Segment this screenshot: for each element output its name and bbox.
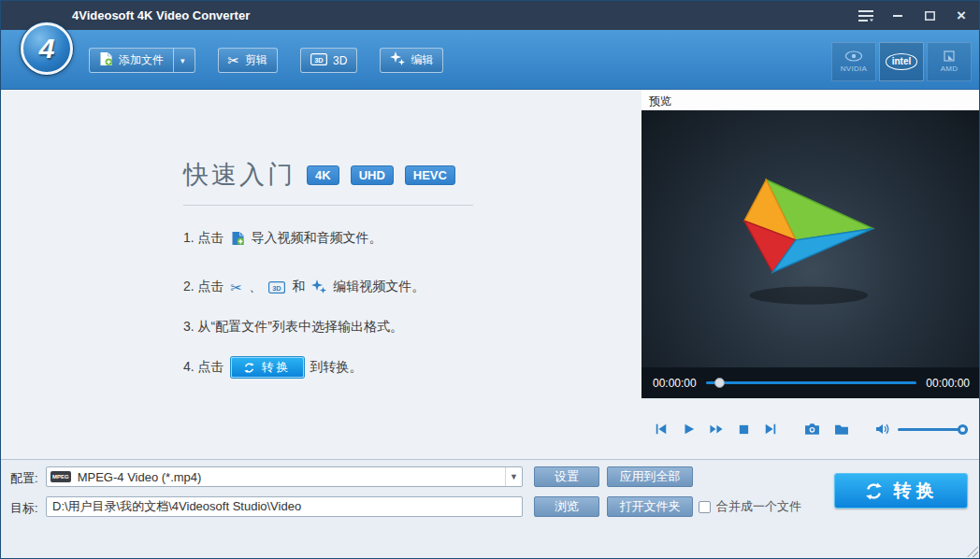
convert-mini-button[interactable]: 转换 — [231, 357, 304, 378]
merge-files-label: 合并成一个文件 — [716, 498, 801, 515]
player-controls — [641, 398, 980, 459]
mpeg-format-icon: MPEG — [50, 471, 71, 482]
window-controls: × — [858, 1, 970, 30]
volume-slider-knob[interactable] — [958, 424, 968, 435]
3d-label: 3D — [333, 54, 347, 67]
gpu-nvidia-badge[interactable]: NVIDIA — [831, 42, 876, 81]
chevron-down-icon[interactable]: ▼ — [505, 467, 522, 486]
quickstart-step-3: 3. 从“配置文件”列表中选择输出格式。 — [183, 317, 473, 337]
open-output-folder-button[interactable] — [834, 423, 849, 436]
scissors-icon: ✂ — [231, 280, 243, 294]
maximize-button[interactable] — [921, 7, 938, 24]
volume-slider[interactable] — [898, 428, 968, 431]
quickstart-title: 快速入门 — [183, 158, 295, 192]
step2-and: 和 — [292, 279, 305, 295]
skip-start-button[interactable] — [655, 423, 668, 436]
destination-input[interactable] — [46, 496, 523, 517]
seek-slider[interactable] — [706, 381, 917, 384]
badge-uhd: UHD — [351, 165, 394, 185]
svg-text:3D: 3D — [314, 55, 324, 64]
step2-separator: 、 — [249, 279, 262, 295]
seek-slider-knob[interactable] — [714, 378, 725, 388]
open-folder-button[interactable]: 打开文件夹 — [607, 496, 693, 517]
preview-video-area — [641, 110, 980, 367]
stop-button[interactable] — [738, 423, 750, 436]
step4-prefix: 4. 点击 — [183, 359, 224, 376]
add-file-icon — [99, 51, 113, 69]
profile-dropdown[interactable]: MPEG MPEG-4 Video (*.mp4) ▼ — [46, 466, 523, 487]
skip-end-button[interactable] — [764, 423, 777, 436]
close-button[interactable]: × — [953, 7, 970, 24]
current-time: 00:00:00 — [653, 377, 697, 390]
window-title: 4Videosoft 4K Video Converter — [72, 8, 250, 22]
preview-label: 预览 — [641, 90, 980, 110]
checkbox-box[interactable] — [699, 501, 711, 513]
gpu-amd-badge[interactable]: AMD — [927, 42, 972, 81]
3d-icon: 3D — [268, 281, 285, 294]
minimize-button[interactable] — [889, 7, 906, 24]
3d-icon: 3D — [310, 53, 327, 68]
snapshot-button[interactable] — [804, 423, 820, 436]
preview-panel: 预览 00:00:00 00: — [641, 90, 980, 459]
badge-4k: 4K — [307, 165, 339, 185]
gpu-intel-badge[interactable]: intel — [879, 42, 924, 81]
add-file-dropdown-arrow[interactable]: ▾ — [173, 49, 185, 72]
quickstart-step-4: 4. 点击 转换 到转换。 — [183, 357, 473, 378]
step1-suffix: 导入视频和音频文件。 — [252, 230, 382, 247]
add-file-label: 添加文件 — [119, 52, 164, 68]
apply-to-all-button[interactable]: 应用到全部 — [607, 466, 693, 487]
volume-icon[interactable] — [875, 423, 890, 436]
clip-label: 剪辑 — [245, 52, 267, 68]
step1-prefix: 1. 点击 — [183, 230, 224, 247]
edit-stars-icon — [311, 280, 326, 294]
profile-value: MPEG-4 Video (*.mp4) — [78, 470, 505, 484]
convert-icon — [864, 481, 884, 501]
badge-hevc: HEVC — [405, 165, 455, 185]
edit-button[interactable]: 编辑 — [380, 48, 443, 73]
step3-text: 3. 从“配置文件”列表中选择输出格式。 — [183, 319, 403, 336]
quickstart-panel: 快速入门 4K UHD HEVC 1. 点击 导入视频和音频文件。 — [1, 90, 641, 459]
step2-prefix: 2. 点击 — [183, 279, 224, 295]
add-file-icon — [231, 231, 245, 246]
app-window: 4Videosoft 4K Video Converter × 添加文件 ▾ ✂ — [0, 0, 980, 559]
divider — [183, 205, 473, 206]
quickstart-step-1: 1. 点击 导入视频和音频文件。 — [183, 228, 473, 249]
svg-text:3D: 3D — [272, 283, 281, 292]
clip-button[interactable]: ✂ 剪辑 — [218, 48, 279, 73]
destination-label: 目标: — [10, 500, 38, 517]
settings-button[interactable]: 设置 — [534, 466, 599, 487]
fast-forward-button[interactable] — [709, 423, 724, 436]
edit-stars-icon — [390, 51, 405, 69]
main-area: 快速入门 4K UHD HEVC 1. 点击 导入视频和音频文件。 — [1, 90, 980, 459]
merge-files-checkbox[interactable]: 合并成一个文件 — [699, 498, 801, 515]
convert-icon — [243, 362, 255, 374]
output-settings-bar: 配置: MPEG MPEG-4 Video (*.mp4) ▼ 设置 应用到全部… — [1, 459, 980, 559]
step2-suffix: 编辑视频文件。 — [333, 279, 425, 295]
profile-label: 配置: — [10, 470, 38, 487]
add-file-button[interactable]: 添加文件 ▾ — [89, 48, 195, 73]
nvidia-icon — [844, 50, 863, 62]
edit-label: 编辑 — [411, 52, 433, 68]
quickstart-step-2: 2. 点击 ✂ 、 3D 和 编辑视频文件。 — [183, 277, 473, 297]
resize-grip[interactable] — [967, 546, 978, 557]
scissors-icon: ✂ — [228, 53, 240, 67]
seek-bar-row: 00:00:00 00:00:00 — [641, 367, 980, 398]
intel-logo: intel — [886, 53, 918, 70]
play-button[interactable] — [682, 423, 695, 436]
convert-button[interactable]: 转换 — [834, 473, 968, 509]
browse-button[interactable]: 浏览 — [534, 496, 599, 517]
step4-suffix: 到转换。 — [310, 359, 363, 376]
app-logo: 4 — [21, 22, 73, 75]
3d-button[interactable]: 3D 3D — [300, 48, 357, 73]
gpu-acceleration-group: NVIDIA intel AMD — [831, 42, 972, 81]
play-logo — [720, 162, 902, 316]
amd-icon — [944, 50, 955, 62]
toolbar: 添加文件 ▾ ✂ 剪辑 3D 3D 编辑 — [1, 30, 979, 90]
total-time: 00:00:00 — [926, 377, 970, 390]
titlebar: 4Videosoft 4K Video Converter × — [1, 1, 979, 30]
menu-icon[interactable] — [858, 7, 874, 24]
